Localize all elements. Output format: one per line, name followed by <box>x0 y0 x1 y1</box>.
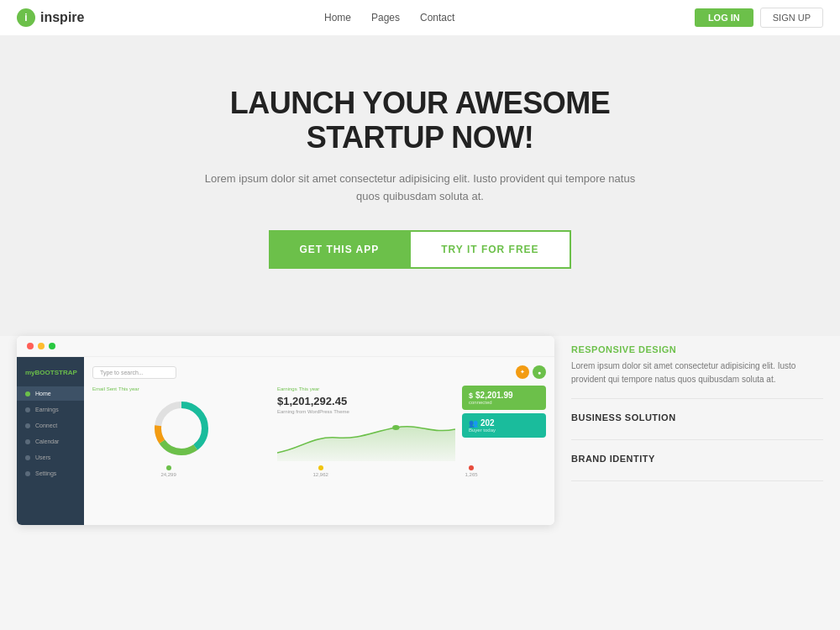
feature-responsive: RESPONSIVE DESIGN Lorem ipsum dolor sit … <box>571 344 823 399</box>
bottom-dot-red <box>469 465 474 470</box>
donut-chart <box>92 395 270 462</box>
sidebar-brand: myBOOTSTRAP <box>17 364 84 381</box>
stat-card-buyers: 👥 202 Buyer today <box>462 413 546 438</box>
people-icon: 👥 <box>469 419 478 428</box>
nav-links: Home Pages Contact <box>324 12 454 24</box>
stat-card-buyers-label: Buyer today <box>469 428 539 433</box>
nav-home[interactable]: Home <box>324 12 351 24</box>
sidebar-dot-earnings <box>25 407 30 412</box>
feature-brand: BRAND IDENTITY <box>571 454 823 481</box>
svg-point-4 <box>392 425 399 430</box>
bottom-num-2: 12,962 <box>312 472 328 477</box>
bottom-stat-3: 1,265 <box>465 465 478 477</box>
sidebar-item-settings[interactable]: Settings <box>17 466 84 480</box>
earnings-title: Earnings This year <box>277 386 455 391</box>
bottom-dot-green <box>166 465 171 470</box>
sidebar-dot-home <box>25 391 30 396</box>
try-free-button[interactable]: TRY IT FOR FREE <box>409 230 570 269</box>
email-sent-widget: Email Sent This year <box>92 386 270 462</box>
bottom-stats-bar: 24,299 12,962 1,265 <box>92 462 546 477</box>
hero-section: LAUNCH YOUR AWESOME STARTUP NOW! Lorem i… <box>0 35 840 336</box>
sidebar-dot-settings <box>25 471 30 476</box>
dashboard-titlebar <box>17 336 554 357</box>
bottom-dot-yellow <box>318 465 323 470</box>
feature-business: BUSINESS SOLUTION <box>571 412 823 440</box>
brand-name: inspire <box>40 10 84 25</box>
feature-brand-title: BRAND IDENTITY <box>571 454 823 464</box>
content-section: myBOOTSTRAP Home Earnings Connect Calend… <box>0 336 840 542</box>
earnings-widget: Earnings This year $1,201,292.45 Earning… <box>277 386 455 462</box>
bottom-num-1: 24,299 <box>160 472 176 477</box>
window-dot-yellow <box>38 343 45 349</box>
dashboard-search[interactable]: Type to search... <box>92 366 176 379</box>
get-app-button[interactable]: GET THIS APP <box>269 230 409 269</box>
sidebar-dot-users <box>25 455 30 460</box>
sidebar-item-calendar[interactable]: Calendar <box>17 434 84 449</box>
dashboard-preview: myBOOTSTRAP Home Earnings Connect Calend… <box>17 336 554 525</box>
login-button[interactable]: LOG IN <box>695 8 753 27</box>
dollar-icon: $ <box>469 391 473 400</box>
features-panel: RESPONSIVE DESIGN Lorem ipsum dolor sit … <box>571 336 823 481</box>
navbar-buttons: LOG IN SIGN UP <box>695 8 823 28</box>
feature-responsive-title: RESPONSIVE DESIGN <box>571 344 823 354</box>
brand-icon: i <box>17 8 35 27</box>
signup-button[interactable]: SIGN UP <box>760 8 823 28</box>
window-dot-green <box>49 343 55 349</box>
hero-buttons: GET THIS APP TRY IT FOR FREE <box>17 230 823 269</box>
sidebar-dot-calendar <box>25 439 30 444</box>
navbar: i inspire Home Pages Contact LOG IN SIGN… <box>0 0 840 35</box>
earnings-chart <box>277 419 455 461</box>
sidebar-dot-connect <box>25 423 30 428</box>
sidebar-item-home[interactable]: Home <box>17 386 84 401</box>
hero-subtitle: Lorem ipsum dolor sit amet consectetur a… <box>202 171 638 206</box>
brand: i inspire <box>17 8 84 27</box>
feature-responsive-desc: Lorem ipsum dolor sit amet consectetur a… <box>571 360 823 386</box>
stat-cards: $ $2,201.99 connected 👥 202 Buyer today <box>462 386 546 462</box>
sidebar-item-connect[interactable]: Connect <box>17 418 84 433</box>
bottom-stat-2: 12,962 <box>312 465 328 477</box>
dashboard-main: Type to search... ✦ ● Email Sent This ye… <box>84 357 554 525</box>
feature-business-title: BUSINESS SOLUTION <box>571 412 823 423</box>
dashboard-body: myBOOTSTRAP Home Earnings Connect Calend… <box>17 357 554 525</box>
nav-contact[interactable]: Contact <box>420 12 454 24</box>
dashboard-icons: ✦ ● <box>516 365 546 379</box>
stat-card-buyers-value: 👥 202 <box>469 418 539 428</box>
earnings-subtitle: Earning from WordPress Theme <box>277 409 455 414</box>
sidebar-item-users[interactable]: Users <box>17 450 84 465</box>
stat-card-earnings-value: $ $2,201.99 <box>469 391 539 400</box>
email-sent-title: Email Sent This year <box>92 386 270 391</box>
dashboard-topbar: Type to search... ✦ ● <box>92 365 546 379</box>
user-avatar-icon[interactable]: ● <box>533 365 546 379</box>
bottom-stat-1: 24,299 <box>160 465 176 477</box>
window-dot-red <box>27 343 34 349</box>
stat-card-earnings: $ $2,201.99 connected <box>462 386 546 410</box>
notif-icon[interactable]: ✦ <box>516 365 529 379</box>
stat-card-earnings-label: connected <box>469 400 539 405</box>
nav-pages[interactable]: Pages <box>371 12 400 24</box>
dashboard-sidebar: myBOOTSTRAP Home Earnings Connect Calend… <box>17 357 84 525</box>
sidebar-item-earnings[interactable]: Earnings <box>17 402 84 417</box>
earnings-value: $1,201,292.45 <box>277 395 455 407</box>
bottom-num-3: 1,265 <box>465 472 478 477</box>
dashboard-widgets: Email Sent This year <box>92 386 546 462</box>
hero-title: LAUNCH YOUR AWESOME STARTUP NOW! <box>17 86 823 155</box>
